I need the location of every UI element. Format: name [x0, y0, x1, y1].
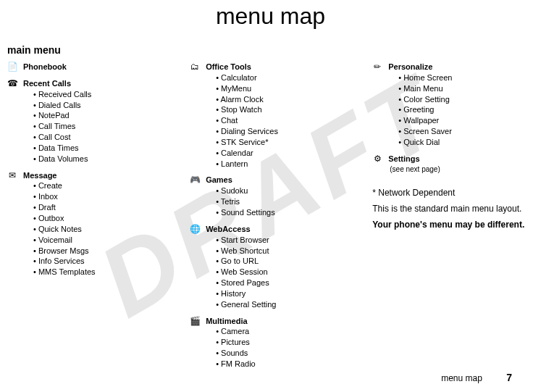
list-item: Quick Notes	[33, 224, 161, 235]
games-list: Sudoku Tetris Sound Settings	[206, 185, 343, 218]
section-settings: ⚙ Settings (see next page)	[372, 154, 534, 174]
message-list: Create Inbox Draft Outbox Quick Notes Vo…	[23, 180, 161, 278]
menu-columns: 📄 Phonebook ☎ Recent Calls Received Call…	[7, 62, 534, 375]
phonebook-title: Phonebook	[23, 62, 161, 72]
office-tools-list: Calculator MyMenu Alarm Clock Stop Watch…	[206, 72, 343, 170]
section-webaccess: 🌐 WebAccess Start Browser Web Shortcut G…	[190, 224, 343, 310]
list-item: Alarm Clock	[216, 94, 343, 105]
footer-label: menu map	[441, 373, 482, 383]
list-item: Start Browser	[216, 235, 343, 246]
list-item: Browser Msgs	[33, 246, 161, 257]
list-item: Dialed Calls	[33, 100, 161, 111]
list-item: Sound Settings	[216, 207, 343, 218]
list-item: Draft	[33, 202, 161, 213]
list-item: Sudoku	[216, 185, 343, 196]
list-item: Main Menu	[398, 83, 534, 94]
column-3: ✏ Personalize Home Screen Main Menu Colo…	[372, 62, 534, 375]
list-item: Wallpaper	[398, 115, 534, 126]
list-item: Dialing Services	[216, 126, 343, 137]
list-item: Lantern	[216, 159, 343, 170]
list-item: Info Services	[33, 256, 161, 267]
section-office-tools: 🗂 Office Tools Calculator MyMenu Alarm C…	[190, 62, 343, 169]
section-multimedia: 🎬 Multimedia Camera Pictures Sounds FM R…	[190, 316, 343, 370]
list-item: Inbox	[33, 191, 161, 202]
recent-calls-title: Recent Calls	[23, 78, 161, 89]
list-item: Tetris	[216, 196, 343, 207]
list-item: Chat	[216, 115, 343, 126]
office-tools-title: Office Tools	[206, 62, 343, 72]
list-item: Pictures	[216, 337, 343, 348]
section-phonebook: 📄 Phonebook	[7, 62, 161, 72]
phonebook-icon: 📄	[7, 62, 17, 72]
column-1: 📄 Phonebook ☎ Recent Calls Received Call…	[7, 62, 161, 375]
list-item: Quick Dial	[398, 137, 534, 148]
personalize-list: Home Screen Main Menu Color Setting Gree…	[388, 72, 534, 148]
list-item: Voicemail	[33, 235, 161, 246]
page-footer: menu map 7	[441, 372, 512, 383]
personalize-title: Personalize	[388, 62, 534, 72]
list-item: Stored Pages	[216, 278, 343, 288]
list-item: STK Service*	[216, 137, 343, 148]
footnote-desc-2: Your phone's menu may be different.	[372, 219, 534, 230]
main-menu-label: main menu	[7, 44, 534, 56]
list-item: Color Setting	[398, 94, 534, 105]
list-item: Received Calls	[33, 89, 161, 100]
list-item: Data Times	[33, 143, 161, 154]
list-item: Home Screen	[398, 72, 534, 83]
list-item: Web Shortcut	[216, 246, 343, 257]
list-item: Web Session	[216, 267, 343, 278]
multimedia-title: Multimedia	[206, 316, 343, 327]
list-item: General Setting	[216, 299, 343, 310]
list-item: Call Times	[33, 121, 161, 132]
list-item: Create	[33, 180, 161, 191]
list-item: Stop Watch	[216, 104, 343, 115]
list-item: MyMenu	[216, 83, 343, 94]
footnote-asterisk: * Network Dependent	[372, 187, 534, 199]
list-item: History	[216, 288, 343, 299]
section-personalize: ✏ Personalize Home Screen Main Menu Colo…	[372, 62, 534, 148]
column-2: 🗂 Office Tools Calculator MyMenu Alarm C…	[190, 62, 343, 375]
webaccess-icon: 🌐	[190, 224, 200, 234]
list-item: Camera	[216, 326, 343, 337]
list-item: NotePad	[33, 110, 161, 121]
settings-subnote: (see next page)	[388, 164, 534, 175]
message-title: Message	[23, 170, 161, 181]
message-icon: ✉	[7, 170, 17, 180]
webaccess-list: Start Browser Web Shortcut Go to URL Web…	[206, 235, 343, 310]
footer-page-number: 7	[506, 372, 512, 383]
section-recent-calls: ☎ Recent Calls Received Calls Dialed Cal…	[7, 78, 161, 164]
page-content: menu map main menu 📄 Phonebook ☎ Recent …	[0, 0, 541, 375]
page-title: menu map	[7, 0, 534, 44]
list-item: Calendar	[216, 148, 343, 159]
section-message: ✉ Message Create Inbox Draft Outbox Quic…	[7, 170, 161, 278]
list-item: Go to URL	[216, 256, 343, 267]
list-item: FM Radio	[216, 359, 343, 370]
list-item: MMS Templates	[33, 267, 161, 278]
recent-calls-icon: ☎	[7, 78, 17, 88]
webaccess-title: WebAccess	[206, 224, 343, 235]
personalize-icon: ✏	[372, 62, 382, 72]
list-item: Greeting	[398, 104, 534, 115]
list-item: Calculator	[216, 72, 343, 83]
section-games: 🎮 Games Sudoku Tetris Sound Settings	[190, 175, 343, 217]
multimedia-icon: 🎬	[190, 316, 200, 326]
office-tools-icon: 🗂	[190, 62, 200, 72]
list-item: Outbox	[33, 213, 161, 224]
games-icon: 🎮	[190, 175, 200, 185]
list-item: Sounds	[216, 348, 343, 359]
list-item: Data Volumes	[33, 154, 161, 164]
games-title: Games	[206, 175, 343, 185]
settings-title: Settings	[388, 154, 534, 164]
list-item: Call Cost	[33, 132, 161, 143]
footnote-desc-1: This is the standard main menu layout.	[372, 203, 534, 214]
list-item: Screen Saver	[398, 126, 534, 137]
settings-icon: ⚙	[372, 154, 382, 164]
recent-calls-list: Received Calls Dialed Calls NotePad Call…	[23, 89, 161, 164]
multimedia-list: Camera Pictures Sounds FM Radio	[206, 326, 343, 369]
